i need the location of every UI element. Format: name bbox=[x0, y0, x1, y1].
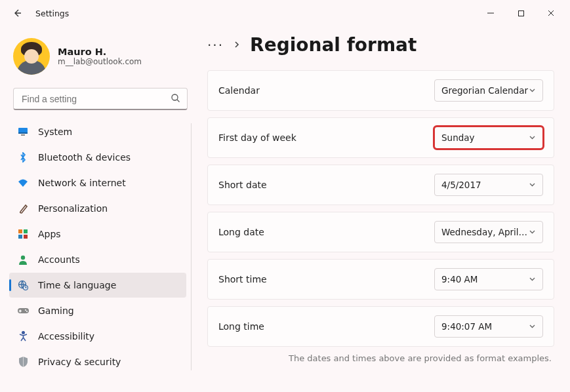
sidebar-item-label: Bluetooth & devices bbox=[38, 152, 131, 163]
accessibility-icon bbox=[17, 331, 29, 342]
page-title: Regional format bbox=[250, 34, 417, 56]
sidebar-item-apps[interactable]: Apps bbox=[9, 222, 186, 246]
chevron-down-icon bbox=[529, 227, 536, 237]
wifi-icon bbox=[17, 178, 29, 187]
sidebar-item-label: System bbox=[38, 127, 72, 137]
shield-icon bbox=[17, 357, 29, 367]
svg-point-17 bbox=[22, 332, 24, 334]
sidebar-item-label: Gaming bbox=[38, 305, 74, 316]
svg-rect-5 bbox=[18, 229, 22, 233]
calendar-dropdown[interactable]: Gregorian Calendar bbox=[434, 79, 543, 102]
long-date-dropdown[interactable]: Wednesday, April 5, bbox=[434, 221, 543, 243]
brush-icon bbox=[17, 203, 29, 214]
setting-row-calendar: CalendarGregorian Calendar bbox=[207, 70, 554, 111]
setting-label: First day of week bbox=[218, 132, 434, 143]
setting-label: Short time bbox=[218, 274, 434, 284]
main-content: ··· Regional format CalendarGregorian Ca… bbox=[198, 26, 570, 392]
chevron-down-icon bbox=[529, 321, 536, 332]
dropdown-value: 4/5/2017 bbox=[441, 180, 529, 190]
setting-label: Long date bbox=[218, 227, 434, 237]
sidebar-item-system[interactable]: System bbox=[9, 119, 186, 144]
short-time-dropdown[interactable]: 9:40 AM bbox=[434, 268, 543, 290]
minimize-button[interactable] bbox=[476, 3, 506, 24]
dropdown-value: Sunday bbox=[441, 132, 529, 143]
svg-rect-4 bbox=[21, 134, 25, 136]
svg-point-15 bbox=[25, 309, 26, 311]
breadcrumb-more[interactable]: ··· bbox=[207, 37, 224, 53]
sidebar-item-bluetooth[interactable]: Bluetooth & devices bbox=[9, 145, 186, 170]
svg-point-9 bbox=[21, 256, 25, 260]
sidebar: Mauro H. m__lab@outlook.com SystemBlueto… bbox=[9, 26, 198, 392]
setting-row-first-day: First day of weekSunday bbox=[207, 117, 554, 158]
setting-label: Long time bbox=[218, 321, 434, 332]
sidebar-item-label: Apps bbox=[38, 229, 61, 239]
svg-rect-8 bbox=[24, 235, 28, 239]
sidebar-item-accounts[interactable]: Accounts bbox=[9, 247, 186, 272]
bluetooth-icon bbox=[17, 152, 29, 163]
chevron-down-icon bbox=[529, 132, 536, 143]
titlebar: Settings bbox=[0, 0, 570, 26]
sidebar-item-privacy[interactable]: Privacy & security bbox=[9, 349, 186, 374]
setting-row-short-time: Short time9:40 AM bbox=[207, 259, 554, 300]
dropdown-value: 9:40:07 AM bbox=[441, 321, 529, 332]
sidebar-item-label: Network & internet bbox=[38, 178, 126, 188]
dropdown-value: Wednesday, April 5, bbox=[441, 227, 529, 237]
apps-icon bbox=[17, 229, 29, 239]
first-day-dropdown[interactable]: Sunday bbox=[434, 127, 543, 149]
chevron-down-icon bbox=[529, 180, 536, 190]
format-hint: The dates and times above are provided a… bbox=[207, 353, 554, 363]
svg-rect-6 bbox=[24, 229, 28, 233]
svg-rect-14 bbox=[18, 311, 21, 312]
arrow-left-icon bbox=[12, 8, 22, 18]
setting-label: Short date bbox=[218, 180, 434, 190]
profile-name: Mauro H. bbox=[58, 47, 142, 57]
sidebar-item-accessibility[interactable]: Accessibility bbox=[9, 324, 186, 349]
maximize-icon bbox=[518, 10, 525, 17]
minimize-icon bbox=[487, 9, 495, 17]
globe-clock-icon bbox=[17, 280, 29, 290]
sidebar-item-label: Time & language bbox=[38, 280, 116, 290]
search-input[interactable] bbox=[20, 93, 171, 105]
sidebar-item-label: Personalization bbox=[38, 203, 108, 214]
gamepad-icon bbox=[17, 307, 29, 315]
sidebar-item-label: Accounts bbox=[38, 254, 80, 265]
person-icon bbox=[17, 254, 29, 265]
sidebar-item-gaming[interactable]: Gaming bbox=[9, 298, 186, 323]
svg-point-1 bbox=[172, 94, 178, 100]
dropdown-value: 9:40 AM bbox=[441, 274, 529, 284]
long-time-dropdown[interactable]: 9:40:07 AM bbox=[434, 315, 543, 338]
svg-rect-0 bbox=[518, 10, 523, 16]
search-box[interactable] bbox=[13, 88, 188, 110]
svg-point-16 bbox=[26, 311, 28, 312]
dropdown-value: Gregorian Calendar bbox=[441, 85, 529, 96]
breadcrumb: ··· Regional format bbox=[207, 34, 554, 56]
close-icon bbox=[547, 9, 555, 17]
chevron-down-icon bbox=[529, 274, 536, 284]
monitor-icon bbox=[17, 127, 29, 136]
short-date-dropdown[interactable]: 4/5/2017 bbox=[434, 174, 543, 196]
chevron-right-icon bbox=[233, 40, 241, 50]
search-icon bbox=[171, 93, 180, 105]
setting-row-long-date: Long dateWednesday, April 5, bbox=[207, 212, 554, 252]
sidebar-item-label: Privacy & security bbox=[38, 357, 121, 367]
window-title: Settings bbox=[35, 9, 69, 18]
sidebar-item-network[interactable]: Network & internet bbox=[9, 170, 186, 195]
svg-rect-3 bbox=[18, 132, 28, 134]
svg-rect-7 bbox=[18, 235, 22, 239]
maximize-button[interactable] bbox=[506, 3, 536, 24]
sidebar-item-time-language[interactable]: Time & language bbox=[9, 273, 186, 298]
profile-block[interactable]: Mauro H. m__lab@outlook.com bbox=[9, 26, 192, 87]
avatar bbox=[13, 38, 50, 75]
sidebar-nav: SystemBluetooth & devicesNetwork & inter… bbox=[9, 119, 192, 374]
setting-row-long-time: Long time9:40:07 AM bbox=[207, 306, 554, 347]
close-button[interactable] bbox=[536, 3, 566, 24]
back-button[interactable] bbox=[8, 8, 26, 18]
settings-list: CalendarGregorian CalendarFirst day of w… bbox=[207, 70, 554, 347]
setting-label: Calendar bbox=[218, 85, 434, 96]
profile-email: m__lab@outlook.com bbox=[58, 57, 142, 66]
sidebar-item-label: Accessibility bbox=[38, 331, 94, 342]
chevron-down-icon bbox=[529, 85, 536, 96]
sidebar-item-personalization[interactable]: Personalization bbox=[9, 196, 186, 221]
setting-row-short-date: Short date4/5/2017 bbox=[207, 165, 554, 205]
